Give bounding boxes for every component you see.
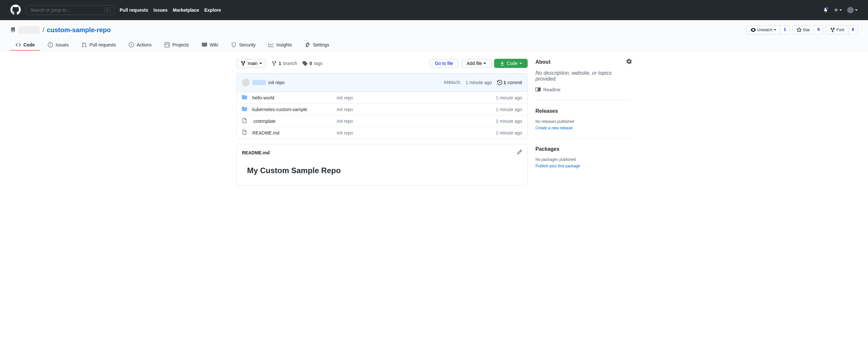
file-row: .cctemplateinit repo1 minute ago — [237, 116, 527, 127]
file-row: kubernetes-custom-sampleinit repo1 minut… — [237, 104, 527, 116]
file-icon — [242, 130, 247, 136]
search-box[interactable]: / — [26, 5, 115, 15]
file-name-link[interactable]: hello-world — [252, 95, 274, 100]
commits-link[interactable]: 1 commit — [497, 80, 522, 85]
packages-none: No packages published — [535, 157, 632, 162]
branch-select-button[interactable]: main — [236, 59, 266, 68]
current-branch-name: main — [248, 61, 257, 66]
branch-icon — [241, 61, 246, 66]
unwatch-label: Unwatch — [757, 28, 772, 32]
file-commit-link[interactable]: init repo — [337, 107, 353, 112]
tab-code[interactable]: Code — [10, 40, 40, 51]
forks-count[interactable]: 0 — [848, 25, 858, 34]
nav-issues[interactable]: Issues — [153, 7, 168, 13]
fork-button[interactable]: Fork — [826, 25, 848, 34]
file-time: 1 minute ago — [496, 119, 522, 124]
readme-heading: My Custom Sample Repo — [247, 166, 517, 175]
readme-link[interactable]: Readme — [535, 87, 632, 92]
tab-actions[interactable]: Actions — [124, 40, 157, 51]
star-label: Star — [803, 28, 810, 32]
tab-pull-requests[interactable]: Pull requests — [76, 40, 121, 51]
file-name-link[interactable]: kubernetes-custom-sample — [252, 107, 307, 112]
history-icon — [497, 80, 502, 85]
avatar — [847, 7, 854, 13]
fork-icon — [830, 27, 835, 32]
tab-issues[interactable]: Issues — [42, 40, 74, 51]
notifications-icon[interactable] — [823, 7, 828, 13]
file-row: hello-worldinit repo1 minute ago — [237, 92, 527, 104]
repo-name-link[interactable]: custom-sample-repo — [47, 26, 111, 34]
gear-icon — [626, 59, 632, 64]
global-header: / Pull requests Issues Marketplace Explo… — [0, 0, 868, 20]
unwatch-button[interactable]: Unwatch — [746, 25, 780, 34]
create-release-link[interactable]: Create a new release — [535, 126, 572, 130]
watchers-count[interactable]: 1 — [780, 25, 789, 34]
file-commit-link[interactable]: init repo — [337, 119, 353, 124]
file-commit-link[interactable]: init repo — [337, 130, 353, 135]
file-commit-link[interactable]: init repo — [337, 95, 353, 100]
commit-author-link[interactable]: user — [252, 80, 266, 85]
branch-icon — [272, 61, 277, 66]
folder-icon — [242, 95, 247, 101]
nav-explore[interactable]: Explore — [204, 7, 221, 13]
repo-header: owner / custom-sample-repo Unwatch 1 Sta… — [0, 20, 868, 51]
file-time: 1 minute ago — [496, 95, 522, 100]
file-name-link[interactable]: .cctemplate — [252, 119, 276, 124]
file-time: 1 minute ago — [496, 107, 522, 112]
add-file-button[interactable]: Add file — [461, 59, 492, 68]
readme-box: README.md My Custom Sample Repo — [236, 144, 528, 186]
about-title: About — [535, 59, 550, 65]
create-new-dropdown[interactable] — [834, 7, 842, 13]
file-icon — [242, 118, 247, 124]
download-icon — [500, 61, 505, 66]
publish-package-link[interactable]: Publish your first package — [535, 164, 580, 168]
tags-link[interactable]: 0 tags — [302, 61, 322, 66]
notification-dot — [826, 6, 829, 10]
go-to-file-button[interactable]: Go to file — [429, 59, 459, 68]
nav-pull-requests[interactable]: Pull requests — [120, 7, 148, 13]
tab-wiki[interactable]: Wiki — [197, 40, 223, 51]
readme-filename: README.md — [242, 150, 270, 155]
folder-icon — [242, 106, 247, 112]
repo-actions: Unwatch 1 Star 0 Fork 0 — [746, 25, 858, 34]
tag-icon — [302, 61, 308, 66]
packages-title: Packages — [535, 146, 559, 152]
tab-insights[interactable]: Insights — [263, 40, 297, 51]
edit-readme-button[interactable] — [517, 150, 522, 156]
stars-count[interactable]: 0 — [814, 25, 824, 34]
search-slash-hint: / — [105, 7, 110, 13]
search-input[interactable] — [30, 7, 105, 13]
about-settings-button[interactable] — [626, 59, 632, 65]
releases-none: No releases published — [535, 119, 632, 124]
repo-separator: / — [42, 26, 44, 34]
file-listing: user init repo 698da35 1 minute ago 1 co… — [236, 73, 528, 139]
tab-projects[interactable]: Projects — [159, 40, 194, 51]
star-button[interactable]: Star — [792, 25, 814, 34]
github-logo[interactable] — [10, 5, 21, 16]
book-icon — [535, 87, 540, 92]
fork-label: Fork — [836, 28, 844, 32]
commit-message-link[interactable]: init repo — [269, 80, 285, 85]
tab-security[interactable]: Security — [226, 40, 261, 51]
commit-time[interactable]: 1 minute ago — [466, 80, 492, 85]
nav-marketplace[interactable]: Marketplace — [173, 7, 199, 13]
repo-owner-link[interactable]: owner — [18, 26, 40, 34]
commit-author-avatar[interactable] — [242, 78, 250, 87]
commit-sha-link[interactable]: 698da35 — [444, 80, 461, 85]
file-time: 1 minute ago — [496, 130, 522, 135]
repo-icon — [10, 27, 16, 32]
about-description: No description, website, or topics provi… — [535, 70, 632, 82]
file-row: README.mdinit repo1 minute ago — [237, 127, 527, 138]
repo-title: owner / custom-sample-repo — [10, 26, 111, 34]
sidebar: About No description, website, or topics… — [535, 59, 632, 186]
user-menu[interactable] — [847, 7, 858, 13]
file-name-link[interactable]: README.md — [252, 130, 279, 135]
releases-title: Releases — [535, 108, 558, 114]
branches-link[interactable]: 1 branch — [272, 61, 297, 66]
tab-settings[interactable]: Settings — [300, 40, 335, 51]
star-icon — [797, 27, 802, 32]
code-download-button[interactable]: Code — [494, 59, 528, 68]
eye-icon — [751, 27, 756, 32]
pencil-icon — [517, 150, 522, 155]
file-navigation: main 1 branch 0 tags Go to file Add file — [236, 59, 528, 68]
